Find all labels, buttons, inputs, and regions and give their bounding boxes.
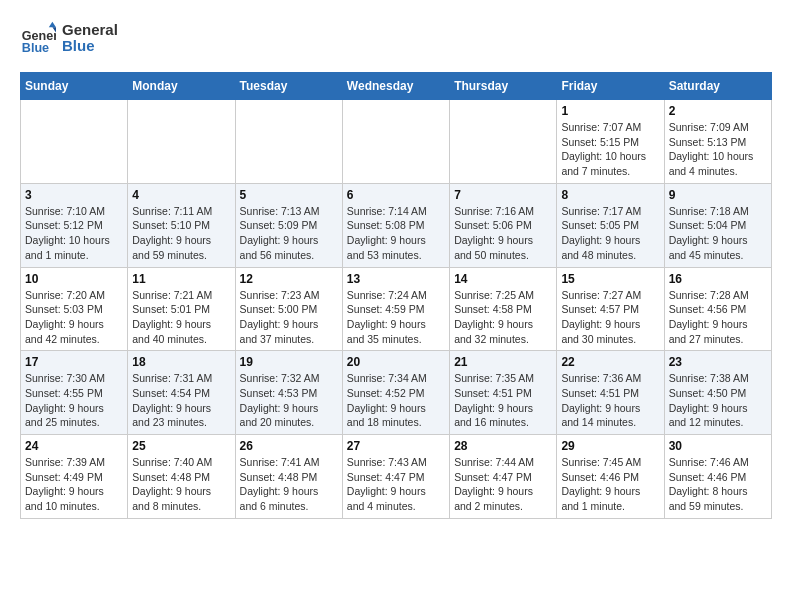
day-number: 27: [347, 439, 445, 453]
day-number: 12: [240, 272, 338, 286]
day-info: Sunrise: 7:21 AM Sunset: 5:01 PM Dayligh…: [132, 288, 230, 347]
page-header: General Blue General Blue: [20, 20, 772, 56]
day-info: Sunrise: 7:35 AM Sunset: 4:51 PM Dayligh…: [454, 371, 552, 430]
calendar-cell: 26Sunrise: 7:41 AM Sunset: 4:48 PM Dayli…: [235, 435, 342, 519]
day-number: 17: [25, 355, 123, 369]
day-number: 15: [561, 272, 659, 286]
calendar-cell: 7Sunrise: 7:16 AM Sunset: 5:06 PM Daylig…: [450, 183, 557, 267]
calendar-cell: 21Sunrise: 7:35 AM Sunset: 4:51 PM Dayli…: [450, 351, 557, 435]
day-number: 7: [454, 188, 552, 202]
calendar-cell: 5Sunrise: 7:13 AM Sunset: 5:09 PM Daylig…: [235, 183, 342, 267]
calendar-cell: 2Sunrise: 7:09 AM Sunset: 5:13 PM Daylig…: [664, 100, 771, 184]
calendar-week-row: 24Sunrise: 7:39 AM Sunset: 4:49 PM Dayli…: [21, 435, 772, 519]
day-number: 6: [347, 188, 445, 202]
calendar-week-row: 17Sunrise: 7:30 AM Sunset: 4:55 PM Dayli…: [21, 351, 772, 435]
calendar-cell: 3Sunrise: 7:10 AM Sunset: 5:12 PM Daylig…: [21, 183, 128, 267]
day-info: Sunrise: 7:38 AM Sunset: 4:50 PM Dayligh…: [669, 371, 767, 430]
day-info: Sunrise: 7:27 AM Sunset: 4:57 PM Dayligh…: [561, 288, 659, 347]
col-header-wednesday: Wednesday: [342, 73, 449, 100]
calendar-cell: [342, 100, 449, 184]
calendar-cell: 17Sunrise: 7:30 AM Sunset: 4:55 PM Dayli…: [21, 351, 128, 435]
col-header-thursday: Thursday: [450, 73, 557, 100]
day-info: Sunrise: 7:43 AM Sunset: 4:47 PM Dayligh…: [347, 455, 445, 514]
calendar-cell: 6Sunrise: 7:14 AM Sunset: 5:08 PM Daylig…: [342, 183, 449, 267]
day-number: 18: [132, 355, 230, 369]
day-number: 19: [240, 355, 338, 369]
calendar-week-row: 10Sunrise: 7:20 AM Sunset: 5:03 PM Dayli…: [21, 267, 772, 351]
calendar-cell: 1Sunrise: 7:07 AM Sunset: 5:15 PM Daylig…: [557, 100, 664, 184]
svg-marker-2: [49, 22, 56, 27]
logo-text-blue: Blue: [62, 38, 118, 55]
logo-icon: General Blue: [20, 20, 56, 56]
calendar-cell: 15Sunrise: 7:27 AM Sunset: 4:57 PM Dayli…: [557, 267, 664, 351]
calendar-cell: 14Sunrise: 7:25 AM Sunset: 4:58 PM Dayli…: [450, 267, 557, 351]
day-number: 14: [454, 272, 552, 286]
day-number: 9: [669, 188, 767, 202]
day-number: 20: [347, 355, 445, 369]
day-info: Sunrise: 7:09 AM Sunset: 5:13 PM Dayligh…: [669, 120, 767, 179]
calendar-cell: 4Sunrise: 7:11 AM Sunset: 5:10 PM Daylig…: [128, 183, 235, 267]
day-number: 2: [669, 104, 767, 118]
calendar-header-row: SundayMondayTuesdayWednesdayThursdayFrid…: [21, 73, 772, 100]
day-info: Sunrise: 7:20 AM Sunset: 5:03 PM Dayligh…: [25, 288, 123, 347]
day-info: Sunrise: 7:45 AM Sunset: 4:46 PM Dayligh…: [561, 455, 659, 514]
day-info: Sunrise: 7:16 AM Sunset: 5:06 PM Dayligh…: [454, 204, 552, 263]
calendar-cell: 29Sunrise: 7:45 AM Sunset: 4:46 PM Dayli…: [557, 435, 664, 519]
day-number: 8: [561, 188, 659, 202]
day-number: 29: [561, 439, 659, 453]
day-number: 22: [561, 355, 659, 369]
day-info: Sunrise: 7:07 AM Sunset: 5:15 PM Dayligh…: [561, 120, 659, 179]
calendar-cell: [235, 100, 342, 184]
calendar-cell: 19Sunrise: 7:32 AM Sunset: 4:53 PM Dayli…: [235, 351, 342, 435]
day-number: 3: [25, 188, 123, 202]
day-info: Sunrise: 7:40 AM Sunset: 4:48 PM Dayligh…: [132, 455, 230, 514]
logo-text-general: General: [62, 22, 118, 39]
calendar-cell: [450, 100, 557, 184]
calendar-cell: [21, 100, 128, 184]
day-number: 10: [25, 272, 123, 286]
col-header-sunday: Sunday: [21, 73, 128, 100]
day-info: Sunrise: 7:10 AM Sunset: 5:12 PM Dayligh…: [25, 204, 123, 263]
day-number: 24: [25, 439, 123, 453]
day-info: Sunrise: 7:46 AM Sunset: 4:46 PM Dayligh…: [669, 455, 767, 514]
day-info: Sunrise: 7:39 AM Sunset: 4:49 PM Dayligh…: [25, 455, 123, 514]
calendar-cell: 13Sunrise: 7:24 AM Sunset: 4:59 PM Dayli…: [342, 267, 449, 351]
day-number: 16: [669, 272, 767, 286]
day-info: Sunrise: 7:25 AM Sunset: 4:58 PM Dayligh…: [454, 288, 552, 347]
calendar-cell: 30Sunrise: 7:46 AM Sunset: 4:46 PM Dayli…: [664, 435, 771, 519]
calendar-week-row: 3Sunrise: 7:10 AM Sunset: 5:12 PM Daylig…: [21, 183, 772, 267]
calendar-week-row: 1Sunrise: 7:07 AM Sunset: 5:15 PM Daylig…: [21, 100, 772, 184]
day-number: 5: [240, 188, 338, 202]
day-info: Sunrise: 7:30 AM Sunset: 4:55 PM Dayligh…: [25, 371, 123, 430]
calendar-cell: 28Sunrise: 7:44 AM Sunset: 4:47 PM Dayli…: [450, 435, 557, 519]
day-number: 13: [347, 272, 445, 286]
day-info: Sunrise: 7:32 AM Sunset: 4:53 PM Dayligh…: [240, 371, 338, 430]
day-info: Sunrise: 7:41 AM Sunset: 4:48 PM Dayligh…: [240, 455, 338, 514]
calendar-cell: 24Sunrise: 7:39 AM Sunset: 4:49 PM Dayli…: [21, 435, 128, 519]
day-number: 23: [669, 355, 767, 369]
day-number: 25: [132, 439, 230, 453]
calendar-table: SundayMondayTuesdayWednesdayThursdayFrid…: [20, 72, 772, 519]
day-info: Sunrise: 7:13 AM Sunset: 5:09 PM Dayligh…: [240, 204, 338, 263]
calendar-cell: 8Sunrise: 7:17 AM Sunset: 5:05 PM Daylig…: [557, 183, 664, 267]
calendar-cell: [128, 100, 235, 184]
calendar-cell: 9Sunrise: 7:18 AM Sunset: 5:04 PM Daylig…: [664, 183, 771, 267]
calendar-cell: 27Sunrise: 7:43 AM Sunset: 4:47 PM Dayli…: [342, 435, 449, 519]
calendar-cell: 25Sunrise: 7:40 AM Sunset: 4:48 PM Dayli…: [128, 435, 235, 519]
day-number: 4: [132, 188, 230, 202]
calendar-cell: 10Sunrise: 7:20 AM Sunset: 5:03 PM Dayli…: [21, 267, 128, 351]
day-info: Sunrise: 7:23 AM Sunset: 5:00 PM Dayligh…: [240, 288, 338, 347]
col-header-tuesday: Tuesday: [235, 73, 342, 100]
day-info: Sunrise: 7:36 AM Sunset: 4:51 PM Dayligh…: [561, 371, 659, 430]
day-info: Sunrise: 7:44 AM Sunset: 4:47 PM Dayligh…: [454, 455, 552, 514]
day-number: 28: [454, 439, 552, 453]
logo: General Blue General Blue: [20, 20, 118, 56]
day-info: Sunrise: 7:31 AM Sunset: 4:54 PM Dayligh…: [132, 371, 230, 430]
day-info: Sunrise: 7:18 AM Sunset: 5:04 PM Dayligh…: [669, 204, 767, 263]
day-info: Sunrise: 7:28 AM Sunset: 4:56 PM Dayligh…: [669, 288, 767, 347]
day-info: Sunrise: 7:14 AM Sunset: 5:08 PM Dayligh…: [347, 204, 445, 263]
col-header-monday: Monday: [128, 73, 235, 100]
svg-text:Blue: Blue: [22, 41, 49, 55]
col-header-friday: Friday: [557, 73, 664, 100]
calendar-cell: 18Sunrise: 7:31 AM Sunset: 4:54 PM Dayli…: [128, 351, 235, 435]
